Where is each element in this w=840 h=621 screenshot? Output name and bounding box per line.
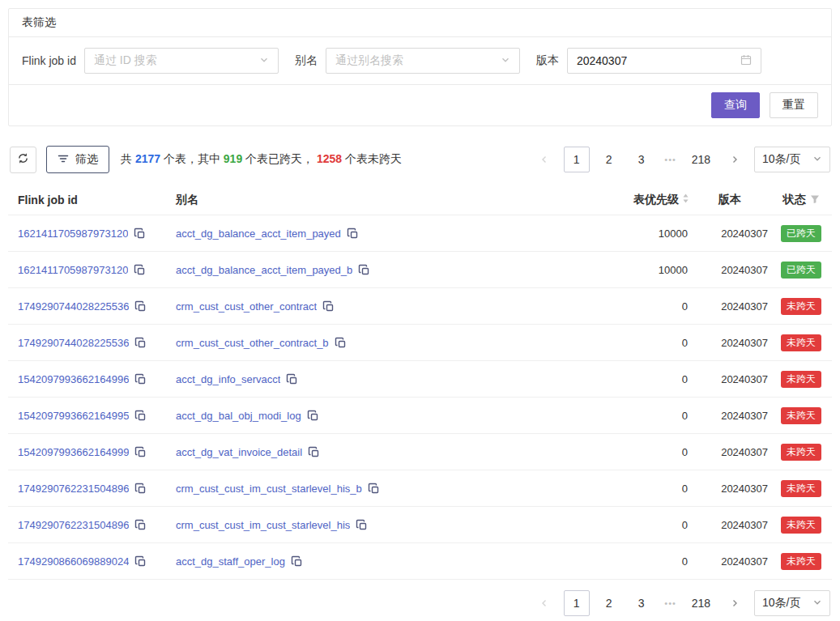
summary-part: 共 bbox=[121, 152, 135, 165]
prev-page-button[interactable] bbox=[531, 147, 557, 172]
table-row: 1542097993662164995 acct_dg_bal_obj_modi… bbox=[8, 398, 832, 434]
version-date-input[interactable]: 20240307 bbox=[567, 48, 761, 74]
status-badge: 未跨天 bbox=[781, 334, 821, 351]
alias-label: 别名 bbox=[295, 53, 318, 68]
summary-part: 个表已跨天， bbox=[242, 152, 317, 165]
cell-alias: crm_cust_cust_other_contract bbox=[176, 300, 584, 313]
table-row: 1621411705987973120 acct_dg_balance_acct… bbox=[8, 252, 832, 288]
row-alias-link[interactable]: crm_cust_cust_other_contract_b bbox=[176, 337, 329, 349]
copy-icon[interactable] bbox=[134, 264, 145, 275]
prev-page-button[interactable] bbox=[531, 590, 557, 616]
next-page-button[interactable] bbox=[722, 590, 748, 616]
copy-icon[interactable] bbox=[308, 446, 319, 457]
copy-icon[interactable] bbox=[291, 555, 302, 567]
row-alias-link[interactable]: acct_dg_bal_obj_modi_log bbox=[176, 410, 301, 422]
cell-status: 未跨天 bbox=[770, 407, 832, 424]
header-priority-label: 表优先级 bbox=[633, 193, 679, 207]
copy-icon[interactable] bbox=[358, 264, 369, 275]
copy-icon[interactable] bbox=[134, 483, 146, 494]
row-priority: 0 bbox=[584, 410, 689, 422]
page-button-last[interactable]: 218 bbox=[687, 147, 715, 172]
copy-icon[interactable] bbox=[356, 519, 367, 530]
row-id-link[interactable]: 1542097993662164999 bbox=[18, 446, 129, 458]
row-alias-link[interactable]: crm_cust_cust_other_contract bbox=[176, 300, 317, 313]
copy-icon[interactable] bbox=[307, 410, 318, 421]
copy-icon[interactable] bbox=[134, 373, 146, 385]
row-alias-link[interactable]: crm_cust_cust_im_cust_starlevel_his_b bbox=[176, 483, 362, 495]
copy-icon[interactable] bbox=[134, 337, 146, 348]
page-ellipsis[interactable]: ••• bbox=[661, 155, 680, 164]
crossed-count: 919 bbox=[224, 152, 242, 165]
row-id-link[interactable]: 1749290866069889024 bbox=[18, 555, 129, 568]
table-row: 1542097993662164996 acct_dg_info_servacc… bbox=[8, 361, 832, 398]
page-button-last[interactable]: 218 bbox=[687, 590, 715, 616]
page-button-1[interactable]: 1 bbox=[564, 590, 590, 616]
row-alias-link[interactable]: crm_cust_cust_im_cust_starlevel_his bbox=[176, 519, 350, 531]
filter-button[interactable]: 筛选 bbox=[46, 146, 109, 173]
row-alias-link[interactable]: acct_dg_balance_acct_item_payed bbox=[176, 228, 341, 240]
header-priority[interactable]: 表优先级 bbox=[584, 193, 689, 207]
status-badge: 已跨天 bbox=[781, 262, 821, 279]
reset-button[interactable]: 重置 bbox=[770, 92, 818, 118]
row-id-link[interactable]: 1749290762231504896 bbox=[18, 519, 129, 531]
cell-status: 未跨天 bbox=[770, 444, 832, 461]
status-badge: 未跨天 bbox=[781, 517, 821, 534]
query-button[interactable]: 查询 bbox=[711, 92, 760, 118]
page-size-select[interactable]: 10条/页 bbox=[754, 590, 830, 616]
row-priority: 0 bbox=[584, 446, 689, 458]
page-button-3[interactable]: 3 bbox=[629, 590, 655, 616]
cell-alias: acct_dg_vat_invoice_detail bbox=[176, 446, 584, 458]
cell-flink-job-id: 1542097993662164995 bbox=[18, 410, 176, 422]
copy-icon[interactable] bbox=[134, 519, 146, 530]
row-id-link[interactable]: 1749290744028225536 bbox=[18, 337, 129, 349]
alias-select[interactable]: 通过别名搜索 bbox=[326, 48, 520, 74]
page-button-2[interactable]: 2 bbox=[596, 147, 622, 172]
copy-icon[interactable] bbox=[286, 373, 297, 385]
status-badge: 未跨天 bbox=[781, 444, 821, 461]
version-label: 版本 bbox=[536, 53, 559, 68]
page-button-1[interactable]: 1 bbox=[564, 147, 590, 172]
row-id-link[interactable]: 1621411705987973120 bbox=[18, 264, 128, 276]
page-button-3[interactable]: 3 bbox=[629, 147, 655, 172]
row-alias-link[interactable]: acct_dg_balance_acct_item_payed_b bbox=[176, 264, 352, 276]
copy-icon[interactable] bbox=[322, 300, 334, 312]
page-size-value: 10条/页 bbox=[762, 152, 800, 167]
row-alias-link[interactable]: acct_dg_info_servacct bbox=[176, 373, 280, 385]
copy-icon[interactable] bbox=[347, 228, 358, 239]
page-button-2[interactable]: 2 bbox=[596, 590, 622, 616]
table-row: 1749290744028225536 crm_cust_cust_other_… bbox=[8, 288, 832, 325]
next-page-button[interactable] bbox=[722, 147, 748, 172]
header-status[interactable]: 状态 bbox=[770, 193, 832, 207]
chevron-down-icon bbox=[501, 54, 510, 67]
row-id-link[interactable]: 1621411705987973120 bbox=[18, 228, 128, 240]
copy-icon[interactable] bbox=[134, 555, 146, 567]
copy-icon[interactable] bbox=[134, 446, 146, 457]
funnel-icon[interactable] bbox=[810, 194, 820, 206]
row-alias-link[interactable]: acct_dg_vat_invoice_detail bbox=[176, 446, 302, 458]
summary-part: 个表，其中 bbox=[160, 152, 224, 165]
row-id-link[interactable]: 1749290744028225536 bbox=[18, 300, 129, 313]
header-version: 版本 bbox=[689, 193, 770, 207]
uncrossed-count: 1258 bbox=[317, 152, 342, 165]
copy-icon[interactable] bbox=[134, 300, 146, 312]
row-id-link[interactable]: 1542097993662164995 bbox=[18, 410, 129, 422]
table-row: 1749290866069889024 acct_dg_staff_oper_l… bbox=[8, 543, 832, 580]
filter-fields-row: Flink job id 通过 ID 搜索 别名 通过别名搜索 bbox=[9, 37, 831, 85]
copy-icon[interactable] bbox=[368, 483, 379, 494]
sort-icon[interactable] bbox=[682, 193, 689, 206]
page-ellipsis[interactable]: ••• bbox=[661, 598, 680, 608]
page-size-select[interactable]: 10条/页 bbox=[754, 147, 830, 172]
row-alias-link[interactable]: acct_dg_staff_oper_log bbox=[176, 555, 285, 568]
copy-icon[interactable] bbox=[335, 337, 346, 348]
table-row: 1621411705987973120 acct_dg_balance_acct… bbox=[8, 215, 832, 252]
cell-status: 未跨天 bbox=[770, 298, 832, 315]
refresh-button[interactable] bbox=[10, 147, 36, 173]
copy-icon[interactable] bbox=[134, 410, 146, 421]
copy-icon[interactable] bbox=[134, 228, 145, 239]
summary-text: 共 2177 个表，其中 919 个表已跨天， 1258 个表未跨天 bbox=[121, 152, 402, 167]
flink-job-id-select[interactable]: 通过 ID 搜索 bbox=[84, 48, 279, 74]
row-id-link[interactable]: 1542097993662164996 bbox=[18, 373, 129, 385]
row-id-link[interactable]: 1749290762231504896 bbox=[18, 483, 129, 495]
page: 表筛选 Flink job id 通过 ID 搜索 别名 通过别名搜索 bbox=[0, 0, 840, 616]
version-value: 20240307 bbox=[577, 54, 627, 67]
